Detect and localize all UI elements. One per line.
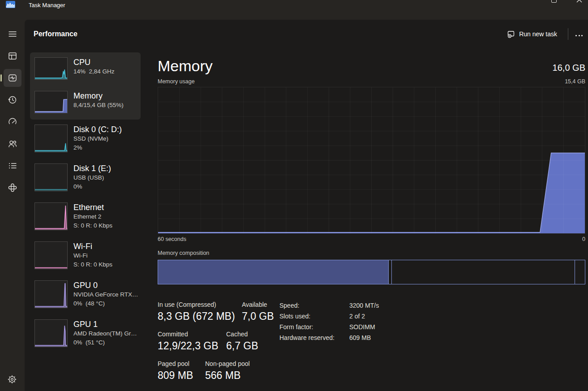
memory-spark-thumbnail bbox=[34, 91, 68, 113]
sidebar-item-services[interactable] bbox=[4, 179, 21, 197]
available-label: Available bbox=[242, 300, 274, 309]
available-value: 7,0 GB bbox=[242, 309, 274, 324]
time-end-label: 0 bbox=[582, 236, 585, 242]
composition-in-use-segment bbox=[158, 260, 389, 284]
disk0-title: Disk 0 (C: D:) bbox=[73, 125, 122, 134]
wifi-name: Wi-Fi bbox=[73, 251, 112, 260]
ethernet-rate: S: 0 R: 0 Kbps bbox=[73, 221, 112, 230]
perf-item-gpu1[interactable]: GPU 1 AMD Radeon(TM) Gr… 0% (51 °C) bbox=[34, 319, 136, 347]
gpu1-usage: 0% (51 °C) bbox=[73, 338, 136, 347]
perf-item-disk1[interactable]: Disk 1 (E:) USB (USB) 0% bbox=[34, 163, 136, 191]
selected-group: CPU 14% 2,84 GHz Memory 8,4/15,4 GB (55%… bbox=[30, 52, 141, 120]
memory-stats: In use (Compressed) 8,3 GB (672 MB) Avai… bbox=[158, 300, 585, 383]
committed-label: Committed bbox=[158, 330, 226, 339]
cached-label: Cached bbox=[226, 330, 258, 339]
form-factor-value: SODIMM bbox=[349, 322, 375, 332]
composition-free-segment bbox=[575, 260, 585, 284]
disk1-title: Disk 1 (E:) bbox=[73, 163, 111, 173]
sidebar-item-app-history[interactable] bbox=[4, 91, 21, 109]
perf-item-ethernet[interactable]: Ethernet Ethernet 2 S: 0 R: 0 Kbps bbox=[34, 202, 136, 230]
disk0-spark-thumbnail bbox=[34, 125, 68, 152]
ethernet-spark-thumbnail bbox=[34, 202, 68, 230]
gpu0-spark-thumbnail bbox=[34, 280, 68, 308]
services-icon bbox=[7, 182, 18, 193]
composition-standby-segment bbox=[392, 260, 575, 284]
memory-title: Memory bbox=[73, 91, 124, 101]
time-span-label: 60 seconds bbox=[158, 236, 186, 242]
memory-scale-max: 15,4 GB bbox=[565, 78, 585, 85]
committed-value: 12,9/22,3 GB bbox=[158, 339, 226, 353]
cpu-spark-thumbnail bbox=[34, 57, 68, 80]
memory-usage-label: Memory usage bbox=[158, 78, 195, 85]
content-panel: Performance Run new task C bbox=[25, 20, 588, 391]
performance-list: CPU 14% 2,84 GHz Memory 8,4/15,4 GB (55%… bbox=[30, 52, 141, 347]
disk1-spark-thumbnail bbox=[34, 163, 68, 191]
disk1-usage: 0% bbox=[73, 182, 111, 191]
hardware-info: Speed:3200 MT/s Slots used:2 of 2 Form f… bbox=[279, 300, 379, 343]
cached-value: 6,7 GB bbox=[226, 339, 258, 353]
wifi-title: Wi-Fi bbox=[73, 241, 112, 251]
close-icon[interactable] bbox=[576, 0, 582, 3]
paged-pool-label: Paged pool bbox=[158, 359, 205, 368]
gpu0-usage: 0% (48 °C) bbox=[73, 299, 136, 308]
disk0-usage: 2% bbox=[73, 143, 122, 152]
hardware-reserved-label: Hardware reserved: bbox=[279, 332, 349, 343]
slots-used-value: 2 of 2 bbox=[349, 311, 365, 322]
cpu-stats: 14% 2,84 GHz bbox=[73, 67, 115, 76]
gpu1-spark-thumbnail bbox=[34, 319, 68, 347]
perf-item-cpu[interactable]: CPU 14% 2,84 GHz bbox=[34, 57, 136, 80]
memory-composition-bar bbox=[158, 260, 585, 284]
ethernet-title: Ethernet bbox=[73, 202, 112, 212]
memory-total: 16,0 GB bbox=[553, 61, 585, 74]
memory-stats: 8,4/15,4 GB (55%) bbox=[73, 101, 124, 110]
window-title: Task Manager bbox=[29, 2, 65, 9]
gpu0-title: GPU 0 bbox=[73, 280, 136, 290]
speed-value: 3200 MT/s bbox=[349, 300, 379, 311]
in-use-label: In use (Compressed) bbox=[158, 300, 242, 309]
composition-modified-segment bbox=[389, 260, 392, 284]
app-history-icon bbox=[7, 95, 18, 105]
in-use-value: 8,3 GB (672 MB) bbox=[158, 309, 242, 324]
hamburger-menu-button[interactable] bbox=[4, 25, 21, 43]
wifi-rate: S: 0 R: 0 Kbps bbox=[73, 260, 112, 269]
sidebar-item-processes[interactable] bbox=[4, 47, 21, 65]
non-paged-pool-value: 566 MB bbox=[205, 368, 250, 383]
speed-label: Speed: bbox=[279, 300, 349, 311]
sidebar-item-details[interactable] bbox=[4, 157, 21, 175]
sidebar-nav bbox=[0, 20, 25, 391]
cpu-title: CPU bbox=[73, 57, 115, 67]
users-icon bbox=[7, 138, 18, 149]
memory-composition-label: Memory composition bbox=[158, 250, 585, 256]
paged-pool-value: 809 MB bbox=[158, 368, 205, 383]
disk0-type: SSD (NVMe) bbox=[73, 134, 122, 143]
memory-detail-pane: Memory 16,0 GB Memory usage 15,4 GB 60 s… bbox=[158, 20, 585, 389]
gpu1-name: AMD Radeon(TM) Gr… bbox=[73, 329, 136, 338]
sidebar-item-performance[interactable] bbox=[4, 69, 21, 87]
memory-usage-graph bbox=[158, 87, 585, 234]
sidebar-item-startup-apps[interactable] bbox=[4, 113, 21, 131]
startup-apps-icon bbox=[7, 116, 18, 127]
processes-icon bbox=[7, 51, 18, 61]
settings-button[interactable] bbox=[3, 370, 21, 388]
menu-icon bbox=[7, 29, 18, 39]
title-bar: Task Manager bbox=[0, 0, 588, 20]
sidebar-item-users[interactable] bbox=[4, 135, 21, 153]
perf-item-disk0[interactable]: Disk 0 (C: D:) SSD (NVMe) 2% bbox=[34, 125, 136, 152]
non-paged-pool-label: Non-paged pool bbox=[205, 359, 250, 368]
form-factor-label: Form factor: bbox=[279, 322, 349, 332]
perf-item-memory[interactable]: Memory 8,4/15,4 GB (55%) bbox=[34, 91, 136, 113]
slots-used-label: Slots used: bbox=[279, 311, 349, 322]
task-manager-app-icon bbox=[6, 1, 15, 9]
page-title: Performance bbox=[34, 30, 77, 38]
window-controls bbox=[530, 0, 588, 4]
perf-item-wifi[interactable]: Wi-Fi Wi-Fi S: 0 R: 0 Kbps bbox=[34, 241, 136, 269]
hardware-reserved-value: 609 MB bbox=[349, 332, 371, 343]
gpu0-name: NVIDIA GeForce RTX… bbox=[73, 290, 136, 299]
gpu1-title: GPU 1 bbox=[73, 319, 136, 329]
perf-item-gpu0[interactable]: GPU 0 NVIDIA GeForce RTX… 0% (48 °C) bbox=[34, 280, 136, 308]
performance-icon bbox=[7, 73, 18, 83]
details-icon bbox=[7, 160, 18, 171]
maximize-icon[interactable] bbox=[551, 0, 557, 3]
settings-icon bbox=[7, 374, 17, 384]
memory-pane-title: Memory bbox=[158, 57, 213, 74]
